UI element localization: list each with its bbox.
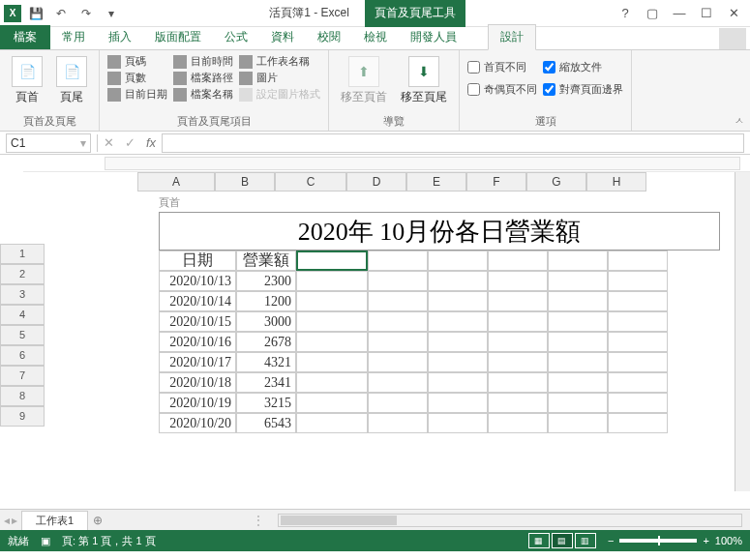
cell[interactable] xyxy=(548,311,608,332)
cell[interactable] xyxy=(296,413,368,433)
row-header[interactable]: 9 xyxy=(0,406,45,427)
cancel-formula-icon[interactable]: ✕ xyxy=(98,135,119,150)
cell[interactable]: 3215 xyxy=(236,393,296,413)
cell[interactable] xyxy=(368,271,428,291)
cell[interactable] xyxy=(428,413,488,433)
header-button[interactable]: 📄頁首 xyxy=(8,54,46,107)
tab-design[interactable]: 設計 xyxy=(488,24,536,50)
prev-sheet-icon[interactable]: ◂ xyxy=(4,514,10,527)
cell[interactable] xyxy=(428,393,488,413)
tab-review[interactable]: 校閱 xyxy=(306,25,352,49)
diff-first-page-checkbox[interactable]: 首頁不同 xyxy=(467,60,537,74)
zoom-in-icon[interactable]: + xyxy=(703,535,708,546)
scale-doc-checkbox[interactable]: 縮放文件 xyxy=(543,60,623,74)
picture-button[interactable]: 圖片 xyxy=(239,71,320,85)
vertical-scrollbar[interactable] xyxy=(735,172,750,491)
zoom-slider[interactable] xyxy=(619,539,697,543)
column-header[interactable]: B xyxy=(215,172,275,192)
page-layout-view-icon[interactable]: ▤ xyxy=(552,533,573,548)
cell[interactable] xyxy=(608,372,668,393)
cell[interactable] xyxy=(368,393,428,413)
tab-home[interactable]: 常用 xyxy=(50,25,97,49)
undo-icon[interactable]: ↶ xyxy=(50,3,72,24)
name-box[interactable]: C1▾ xyxy=(6,133,91,153)
add-sheet-icon[interactable]: ⊕ xyxy=(88,514,107,527)
cell[interactable] xyxy=(488,311,548,332)
tab-file[interactable]: 檔案 xyxy=(0,25,50,49)
cell[interactable]: 2020/10/15 xyxy=(159,311,236,332)
cell[interactable] xyxy=(428,291,488,311)
record-macro-icon[interactable]: ▣ xyxy=(41,535,50,547)
cell[interactable]: 2020/10/17 xyxy=(159,352,236,372)
fx-icon[interactable]: fx xyxy=(140,135,162,150)
page-break-view-icon[interactable]: ▥ xyxy=(575,533,596,548)
row-header[interactable]: 3 xyxy=(0,284,45,305)
cell[interactable]: 2020/10/16 xyxy=(159,332,236,352)
column-header[interactable]: D xyxy=(346,172,406,192)
cell[interactable] xyxy=(296,311,368,332)
cell[interactable] xyxy=(548,251,608,271)
cell[interactable] xyxy=(488,332,548,352)
collapse-ribbon-icon[interactable]: ㅅ xyxy=(735,114,744,128)
tab-insert[interactable]: 插入 xyxy=(97,25,143,49)
column-header[interactable]: E xyxy=(406,172,466,192)
row-header[interactable]: 7 xyxy=(0,366,45,386)
file-name-button[interactable]: 檔案名稱 xyxy=(173,87,233,102)
column-header[interactable]: F xyxy=(466,172,526,192)
zoom-level[interactable]: 100% xyxy=(715,535,742,546)
cell[interactable] xyxy=(368,413,428,433)
cell[interactable] xyxy=(548,271,608,291)
column-header[interactable]: G xyxy=(526,172,586,192)
cell[interactable]: 1200 xyxy=(236,291,296,311)
cell[interactable] xyxy=(548,291,608,311)
qat-dropdown-icon[interactable]: ▾ xyxy=(101,3,122,24)
cell[interactable]: 3000 xyxy=(236,311,296,332)
tab-view[interactable]: 檢視 xyxy=(352,25,399,49)
cell[interactable] xyxy=(608,413,668,433)
user-icon[interactable] xyxy=(719,28,746,49)
align-margins-checkbox[interactable]: 對齊頁面邊界 xyxy=(543,82,623,97)
cell[interactable] xyxy=(488,413,548,433)
diff-odd-even-checkbox[interactable]: 奇偶頁不同 xyxy=(467,82,537,97)
cell[interactable] xyxy=(428,251,488,271)
minimize-icon[interactable]: — xyxy=(667,3,692,24)
cell[interactable] xyxy=(296,352,368,372)
ribbon-options-icon[interactable]: ▢ xyxy=(640,3,665,24)
cell[interactable] xyxy=(368,352,428,372)
row-header[interactable]: 8 xyxy=(0,386,45,406)
cell[interactable] xyxy=(296,332,368,352)
redo-icon[interactable]: ↷ xyxy=(75,3,97,24)
cell[interactable] xyxy=(296,291,368,311)
cell[interactable] xyxy=(368,372,428,393)
cell[interactable] xyxy=(548,332,608,352)
cell[interactable] xyxy=(428,332,488,352)
sheet-name-button[interactable]: 工作表名稱 xyxy=(239,54,320,69)
cell[interactable]: 2300 xyxy=(236,271,296,291)
cell[interactable] xyxy=(488,251,548,271)
row-header[interactable]: 4 xyxy=(0,305,45,325)
page-number-button[interactable]: 頁碼 xyxy=(107,54,167,69)
row-header[interactable]: 1 xyxy=(0,244,45,264)
next-sheet-icon[interactable]: ▸ xyxy=(12,514,17,527)
row-header[interactable]: 6 xyxy=(0,345,45,366)
cell[interactable] xyxy=(548,413,608,433)
column-header[interactable]: H xyxy=(586,172,646,192)
page-count-button[interactable]: 頁數 xyxy=(107,71,167,85)
cell[interactable] xyxy=(296,393,368,413)
column-header[interactable]: C xyxy=(275,172,346,192)
cell[interactable] xyxy=(488,372,548,393)
cell[interactable] xyxy=(548,393,608,413)
cell[interactable]: 2020/10/18 xyxy=(159,372,236,393)
active-cell[interactable] xyxy=(296,251,368,271)
footer-button[interactable]: 📄頁尾 xyxy=(52,54,91,107)
cell[interactable] xyxy=(608,251,668,271)
cell[interactable]: 日期 xyxy=(159,251,236,271)
cell[interactable]: 2020/10/13 xyxy=(159,271,236,291)
cell[interactable] xyxy=(428,352,488,372)
help-icon[interactable]: ? xyxy=(613,3,638,24)
cell[interactable] xyxy=(548,372,608,393)
current-date-button[interactable]: 目前日期 xyxy=(107,87,167,102)
sheet-tab[interactable]: 工作表1 xyxy=(21,511,88,530)
cell[interactable] xyxy=(608,271,668,291)
row-header[interactable]: 5 xyxy=(0,325,45,345)
